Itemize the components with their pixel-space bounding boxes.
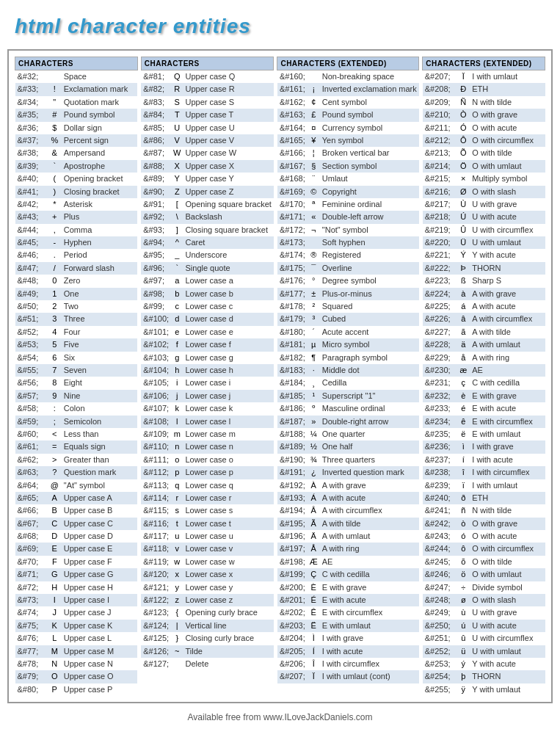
char-code: &#208; — [423, 83, 457, 95]
char-symbol: = — [48, 440, 62, 453]
char-description: U with umlaut — [470, 645, 545, 658]
char-description: O with grave — [470, 109, 545, 121]
char-description: Colon — [62, 402, 137, 415]
table-row: &#255;ÿY with umlaut — [423, 683, 545, 696]
char-code: &#227; — [423, 326, 457, 338]
char-code: &#251; — [423, 632, 457, 645]
char-code: &#205; — [277, 645, 308, 658]
table-row: &#55;7Seven — [15, 364, 138, 377]
char-code: &#126; — [141, 645, 171, 658]
char-symbol: Ø — [457, 186, 470, 198]
char-description: Upper case C — [62, 518, 137, 530]
char-symbol: d — [171, 313, 183, 325]
char-description: Upper case J — [62, 606, 137, 619]
table-row: &#95;_Underscore — [141, 249, 274, 261]
char-code: &#97; — [141, 275, 171, 287]
char-symbol: i — [171, 377, 183, 389]
table-row: &#72;HUpper case H — [15, 581, 138, 594]
char-code: &#171; — [277, 211, 308, 223]
char-symbol: 7 — [48, 364, 62, 377]
table-row: &#239;ïI with umlaut — [423, 479, 545, 492]
char-description: Four — [62, 326, 137, 338]
char-code: &#101; — [141, 326, 171, 338]
char-symbol: ¶ — [308, 352, 320, 364]
char-code: &#108; — [141, 416, 171, 428]
table-row: &#37;%Percent sign — [15, 134, 138, 147]
char-description: Yen symbol — [320, 134, 419, 147]
char-code: &#98; — [141, 288, 171, 300]
char-description: Dollar sign — [62, 122, 137, 134]
table-row: &#161;¡Inverted exclamation mark — [277, 83, 419, 95]
table-row: &#167;§Section symbol — [277, 160, 419, 173]
char-code: &#179; — [277, 313, 308, 325]
table-row: &#40;(Opening bracket — [15, 173, 138, 185]
table-row: &#226;âA with circumflex — [423, 313, 545, 325]
char-symbol: Ô — [457, 134, 470, 147]
table-row: &#248;øO with slash — [423, 594, 545, 606]
table-row: &#36;$Dollar sign — [15, 122, 138, 134]
table-row: &#240;ðETH — [423, 492, 545, 504]
char-symbol: í — [457, 454, 470, 466]
char-code: &#206; — [277, 658, 308, 670]
char-code: &#78; — [15, 658, 48, 670]
char-symbol: Æ — [308, 556, 320, 568]
table-header-0: CHARACTERS — [15, 57, 138, 70]
table-row: &#48;0Zero — [15, 275, 138, 287]
table-row: &#76;LUpper case L — [15, 632, 138, 645]
table-header-2: CHARACTERS (EXTENDED) — [277, 57, 419, 70]
char-code: &#100; — [141, 313, 171, 325]
char-description: Space — [62, 70, 137, 84]
char-description: E with circumflex — [320, 606, 419, 619]
char-description: O with slash — [470, 594, 545, 606]
char-description: Divide symbol — [470, 581, 545, 594]
char-code: &#182; — [277, 352, 308, 364]
table-row: &#39;`Apostrophe — [15, 160, 138, 173]
table-row: &#51;3Three — [15, 313, 138, 325]
table-row: &#243;óO with acute — [423, 530, 545, 543]
char-symbol: ± — [308, 288, 320, 300]
char-description: Superscript "1" — [320, 390, 419, 402]
char-code: &#43; — [15, 211, 48, 223]
char-code: &#111; — [141, 454, 171, 466]
char-description: I with umlaut — [470, 70, 545, 84]
char-description: Five — [62, 338, 137, 351]
char-code: &#194; — [277, 504, 308, 517]
char-code: &#95; — [141, 249, 171, 261]
table-row: &#189;½One half — [277, 440, 419, 453]
char-symbol: + — [48, 211, 62, 223]
char-description: Upper case F — [62, 556, 137, 568]
char-code: &#86; — [141, 134, 171, 147]
table-row: &#227;ãA with tilde — [423, 326, 545, 338]
char-code: &#247; — [423, 581, 457, 594]
char-code: &#52; — [15, 326, 48, 338]
char-description: O with circumflex — [470, 543, 545, 555]
table-row: &#220;ÜU with umlaut — [423, 236, 545, 249]
char-description: Zero — [62, 275, 137, 287]
char-symbol: # — [48, 109, 62, 121]
char-symbol: ` — [48, 160, 62, 173]
char-description: Delete — [183, 658, 273, 670]
char-description: Single quote — [183, 262, 273, 275]
char-symbol: ] — [171, 224, 183, 236]
table-row: &#163;£Pound symbol — [277, 109, 419, 121]
char-code: &#220; — [423, 236, 457, 249]
char-description: Apostrophe — [62, 160, 137, 173]
char-code: &#238; — [423, 466, 457, 479]
char-description: Lower case u — [183, 530, 273, 543]
table-1: CHARACTERS&#81;QUpper case Q&#82;RUpper … — [141, 57, 274, 670]
char-code: &#114; — [141, 492, 171, 504]
table-row: &#96;`Single quote — [141, 262, 274, 275]
char-symbol: h — [171, 364, 183, 377]
table-row: &#79;OUpper case O — [15, 670, 138, 683]
char-symbol: Û — [457, 224, 470, 236]
char-description: ETH — [470, 492, 545, 504]
char-description: Soft hyphen — [320, 236, 419, 249]
char-code: &#199; — [277, 568, 308, 581]
char-symbol: ) — [48, 186, 62, 198]
table-row: &#90;ZUpper case Z — [141, 186, 274, 198]
char-symbol: } — [171, 632, 183, 645]
char-code: &#49; — [15, 288, 48, 300]
char-code: &#177; — [277, 288, 308, 300]
char-code: &#252; — [423, 645, 457, 658]
char-symbol: Î — [308, 658, 320, 670]
